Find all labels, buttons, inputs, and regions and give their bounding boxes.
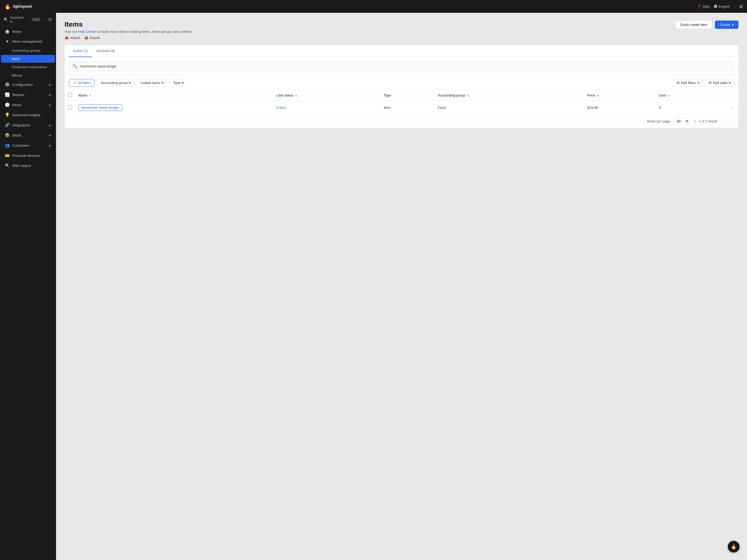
chevron-right-icon: ▶ — [49, 104, 51, 106]
create-button[interactable]: Create ▾ — [715, 21, 739, 29]
sidebar-item-home[interactable]: 🏠 Home — [1, 27, 55, 36]
export-button[interactable]: 📤 Export — [84, 36, 100, 40]
import-button[interactable]: 📥 Import — [65, 36, 80, 40]
rows-per-page-select[interactable]: 50 100 200 — [673, 117, 689, 125]
sidebar-item-label: Menu management — [12, 39, 42, 44]
tab-active[interactable]: Active (1) — [69, 45, 92, 57]
cell-link-status: 5 links — [273, 101, 381, 114]
main-content: Items Visit our Help Center to learn mor… — [56, 13, 747, 560]
sidebar-item-configuration[interactable]: ⚙️ Configuration ▶ — [1, 80, 55, 89]
select-all-checkbox[interactable] — [68, 93, 72, 97]
sidebar-item-label: Home — [12, 30, 22, 34]
sidebar-item-financial-services[interactable]: 💳 Financial services — [1, 151, 55, 160]
sort-icon[interactable]: ⇅ — [467, 94, 469, 97]
table-header: Name ⇅ Link status ⇅ Type Accounting gro… — [65, 90, 739, 101]
config-icon: ⚙️ — [5, 82, 9, 87]
sidebar-item-hours[interactable]: 🕐 Hours ▶ — [1, 100, 55, 110]
cell-name: Mushroom Swiss Burger — [75, 101, 273, 114]
row-checkbox[interactable] — [68, 105, 72, 109]
help-icon: ❓ — [697, 4, 701, 8]
top-nav: 🔥 lightspeed ❓ Help 🅐 English | ⊞ — [0, 0, 747, 13]
cell-price: $18.99 — [584, 101, 656, 114]
navigate-label: Navigate to... — [10, 16, 29, 24]
linked-menu-filter[interactable]: Linked menu ▾ — [137, 79, 167, 87]
chevron-down-icon: ▾ — [729, 81, 731, 85]
col-price: Price ⇅ — [584, 90, 656, 101]
sort-icon[interactable]: ⇅ — [668, 94, 670, 97]
chevron-right-icon: ▶ — [49, 124, 51, 127]
stock-icon: 📦 — [5, 133, 9, 138]
sidebar-item-label: Hours — [12, 103, 22, 107]
sidebar-item-label: Financial services — [12, 154, 40, 158]
pagination-bar: Rows per page: 50 100 200 1 - 1 of 1 res… — [65, 114, 739, 128]
financial-icon: 💳 — [5, 153, 9, 158]
language-button[interactable]: 🅐 English — [714, 4, 730, 8]
page-title-area: Items Visit our Help Center to learn mor… — [65, 20, 192, 34]
sidebar-item-stock[interactable]: 📦 Stock ▶ — [1, 130, 55, 140]
sidebar-item-customers[interactable]: 👥 Customers ▶ — [1, 140, 55, 150]
prev-page-button[interactable]: ‹ — [721, 118, 727, 125]
sidebar-item-production-instructions[interactable]: Production instructions — [1, 63, 55, 71]
grid-icon[interactable]: ⊞ — [739, 4, 743, 9]
sidebar-item-label: Advanced insights — [12, 113, 41, 117]
chevron-right-icon: ▶ — [49, 93, 51, 96]
sidebar-item-reports[interactable]: 📈 Reports ▶ — [1, 90, 55, 100]
gear-icon: ⚙ — [709, 81, 712, 85]
next-page-button[interactable]: › — [728, 118, 734, 125]
gear-icon: ⚙ — [676, 81, 680, 85]
sidebar-item-advanced-insights[interactable]: 💡 Advanced insights — [1, 110, 55, 120]
sidebar: 🔍 Navigate to... Cmd → K 🏠 Home ▼ Menu m… — [0, 13, 56, 560]
quick-create-button[interactable]: Quick create item — [675, 20, 712, 29]
search-icon: 🔍 — [72, 64, 78, 69]
sidebar-item-menus[interactable]: Menus — [1, 72, 55, 79]
sidebar-item-accounting-groups[interactable]: Accounting groups — [1, 47, 55, 54]
chevron-right-icon: ▶ — [49, 83, 51, 86]
sidebar-subitem-label: Accounting groups — [12, 49, 41, 53]
navigate-search[interactable]: 🔍 Navigate to... Cmd → K — [0, 13, 56, 26]
fab-icon: 🔥 — [731, 544, 737, 550]
link-status-value[interactable]: 5 links — [276, 106, 286, 110]
col-type: Type — [381, 90, 435, 101]
sidebar-item-label: Configuration — [12, 83, 33, 87]
sidebar-item-items[interactable]: Items — [1, 55, 55, 63]
sidebar-item-menu-management[interactable]: ▼ Menu management — [1, 37, 55, 46]
accounting-group-filter[interactable]: Accounting group ▾ — [97, 79, 134, 87]
import-icon: 📥 — [65, 36, 69, 40]
tab-archived[interactable]: Archived (0) — [92, 45, 119, 57]
search-input[interactable] — [80, 64, 731, 68]
reports-icon: 📈 — [5, 92, 9, 97]
lang-label: English — [718, 4, 730, 8]
help-button[interactable]: ❓ Help — [697, 4, 710, 8]
top-nav-left: 🔥 lightspeed — [4, 3, 32, 9]
sort-icon[interactable]: ⇅ — [597, 94, 599, 97]
fab-button[interactable]: 🔥 — [728, 541, 740, 553]
cell-cost: 0 — [655, 101, 724, 114]
pms-icon: 🔍 — [5, 163, 9, 168]
row-more-button[interactable]: ··· — [727, 104, 735, 111]
sidebar-subitem-label: Menus — [12, 73, 22, 77]
kbd-k: K — [48, 18, 52, 21]
edit-table-button[interactable]: ⚙ Edit table ▾ — [705, 79, 734, 87]
nav-divider: | — [734, 4, 735, 8]
top-nav-right: ❓ Help 🅐 English | ⊞ — [697, 4, 743, 9]
type-filter[interactable]: Type ▾ — [170, 79, 187, 87]
sidebar-item-integrations[interactable]: 🔗 Integrations ▶ — [1, 120, 55, 130]
table-body: Mushroom Swiss Burger 5 links Item Food — [65, 101, 739, 114]
edit-filters-wrap: ⚙ Edit filters ▾ ⚙ Edit table ▾ — [673, 79, 734, 87]
sidebar-item-pms-search[interactable]: 🔍 PMS search — [1, 161, 55, 170]
sort-icon[interactable]: ⇅ — [295, 94, 297, 97]
hours-icon: 🕐 — [5, 102, 9, 107]
edit-filters-button[interactable]: ⚙ Edit filters ▾ — [673, 79, 703, 87]
page-header: Items Visit our Help Center to learn mor… — [65, 20, 739, 34]
all-filters-button[interactable]: ⚡ All filters — [69, 79, 95, 87]
header-actions: Quick create item Create ▾ — [675, 20, 739, 29]
cell-type: Item — [381, 101, 435, 114]
help-center-link[interactable]: Help Center — [78, 30, 96, 34]
item-name-link[interactable]: Mushroom Swiss Burger — [78, 104, 122, 111]
search-section: 🔍 — [65, 57, 739, 76]
app-layout: 🔍 Navigate to... Cmd → K 🏠 Home ▼ Menu m… — [0, 13, 747, 560]
col-accounting-group: Accounting group ⇅ — [435, 90, 584, 101]
sort-icon[interactable]: ⇅ — [89, 94, 91, 97]
filter-icon: ⚡ — [72, 81, 77, 85]
logo[interactable]: 🔥 lightspeed — [4, 3, 32, 9]
